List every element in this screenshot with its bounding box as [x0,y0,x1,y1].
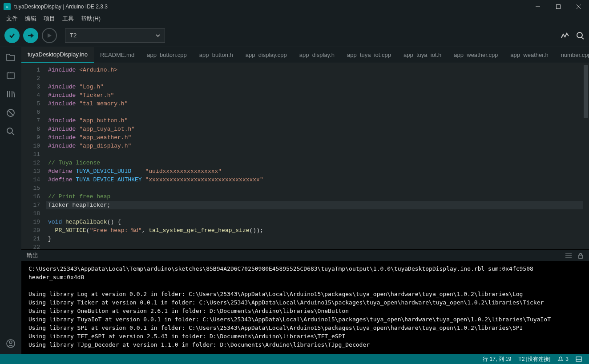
debug-icon[interactable] [5,108,16,118]
bell-icon [557,356,564,362]
board-selector[interactable]: T2 [65,28,165,43]
serial-plotter-icon[interactable] [561,32,569,40]
svg-line-20 [8,111,13,115]
close-button[interactable] [569,0,589,13]
svg-line-18 [14,92,15,97]
code-line[interactable] [46,243,583,249]
window-controls [528,0,589,13]
window-title: tuyaDesktopDisplay | Arduino IDE 2.3.3 [14,4,528,10]
code-line[interactable]: #define TUYA_DEVICE_AUTHKEY "xxxxxxxxxxx… [46,176,583,184]
code-line[interactable]: #include "Log.h" [46,83,583,91]
code-line[interactable]: PR_NOTICE("Free heap: %d", tal_system_ge… [46,226,583,235]
line-gutter: 1234567891011121314151617181920212223 [21,63,46,249]
maximize-button[interactable] [548,0,569,13]
content-area: tuyaDesktopDisplay.inoREADME.mdapp_butto… [21,47,589,354]
output-title: 输出 [27,252,38,260]
output-lock-icon[interactable] [577,252,584,259]
code-line[interactable]: #include "tal_memory.h" [46,100,583,108]
tab-number-cpp[interactable]: number.cpp [555,47,589,63]
tab-app-tuya-iot-h[interactable]: app_tuya_iot.h [397,47,448,63]
svg-marker-5 [48,33,52,38]
tab-app-display-h[interactable]: app_display.h [293,47,341,63]
sketchbook-icon[interactable] [5,52,16,62]
app-logo-icon: ∞ [4,3,11,10]
code-line[interactable]: #define TUYA_DEVICE_UUID "uuidxxxxxxxxxx… [46,167,583,176]
scrollbar-thumb[interactable] [584,65,588,118]
status-notif-count: 3 [565,356,569,362]
code-area[interactable]: #include <Arduino.h>#include "Log.h"#inc… [46,63,583,249]
code-line[interactable] [46,108,583,116]
toolbar: T2 [0,24,589,47]
debug-button[interactable] [42,28,57,43]
menu-edit[interactable]: 编辑 [21,15,40,23]
code-line[interactable]: Ticker heapTicker; [46,201,583,209]
serial-monitor-icon[interactable] [576,32,585,40]
menubar: 文件 编辑 项目 工具 帮助(H) [0,13,589,24]
library-manager-icon[interactable] [5,89,16,100]
menu-sketch[interactable]: 项目 [40,15,59,23]
code-line[interactable]: // Print free heap [46,192,583,201]
tab-app-button-h[interactable]: app_button.h [193,47,239,63]
svg-line-7 [581,37,584,39]
code-line[interactable]: void heapCallback() { [46,218,583,226]
code-line[interactable] [46,209,583,218]
code-line[interactable]: #include "app_display.h" [46,142,583,150]
chevron-down-icon [156,34,160,37]
output-header: 输出 [21,249,589,261]
code-editor[interactable]: 1234567891011121314151617181920212223 #i… [21,63,589,249]
statusbar: 行 17, 列 19 T2 [没有连接] 3 [0,354,589,364]
search-icon[interactable] [5,126,16,137]
code-line[interactable] [46,184,583,192]
boards-manager-icon[interactable] [5,70,16,81]
editor-tabs: tuyaDesktopDisplay.inoREADME.mdapp_butto… [21,47,589,63]
code-line[interactable]: } [46,235,583,243]
code-line[interactable]: #include "app_tuya_iot.h" [46,125,583,133]
tab-app-button-cpp[interactable]: app_button.cpp [141,47,193,63]
tab-app-tuya-iot-cpp[interactable]: app_tuya_iot.cpp [341,47,397,63]
tab-app-weather-cpp[interactable]: app_weather.cpp [448,47,504,63]
code-line[interactable]: #include "Ticker.h" [46,91,583,100]
output-options-icon[interactable] [565,252,572,259]
tab-README-md[interactable]: README.md [94,47,141,63]
main-area: tuyaDesktopDisplay.inoREADME.mdapp_butto… [0,47,589,354]
tab-app-weather-h[interactable]: app_weather.h [504,47,554,63]
code-line[interactable] [46,150,583,159]
menu-help[interactable]: 帮助(H) [77,15,104,23]
code-line[interactable]: #include <Arduino.h> [46,66,583,74]
status-notifications[interactable]: 3 [554,356,572,362]
svg-point-24 [9,341,12,344]
svg-rect-1 [557,5,561,9]
svg-point-21 [7,128,12,133]
code-line[interactable]: // Tuya license [46,159,583,167]
svg-rect-29 [576,357,581,361]
status-close-panel[interactable] [572,356,585,362]
menu-tools[interactable]: 工具 [59,15,77,23]
code-line[interactable]: #include "app_button.h" [46,116,583,125]
account-icon[interactable] [5,338,16,349]
svg-point-6 [577,32,582,38]
svg-line-22 [12,133,14,135]
minimize-button[interactable] [528,0,548,13]
board-selector-label: T2 [70,32,77,39]
status-cursor[interactable]: 行 17, 列 19 [479,356,515,363]
status-board[interactable]: T2 [没有连接] [515,356,554,363]
upload-button[interactable] [23,28,38,43]
vertical-scrollbar[interactable] [583,63,589,249]
code-line[interactable] [46,74,583,83]
tab-tuyaDesktopDisplay-ino[interactable]: tuyaDesktopDisplay.ino [21,47,94,63]
titlebar: ∞ tuyaDesktopDisplay | Arduino IDE 2.3.3 [0,0,589,13]
svg-rect-28 [579,255,582,258]
menu-file[interactable]: 文件 [3,15,21,23]
code-line[interactable]: #include "app_weather.h" [46,133,583,142]
output-panel[interactable]: C:\Users\25343\AppData\Local\Temp\arduin… [21,261,589,354]
verify-button[interactable] [4,28,20,43]
svg-rect-8 [7,73,14,78]
sidebar [0,47,21,354]
tab-app-display-cpp[interactable]: app_display.cpp [239,47,293,63]
